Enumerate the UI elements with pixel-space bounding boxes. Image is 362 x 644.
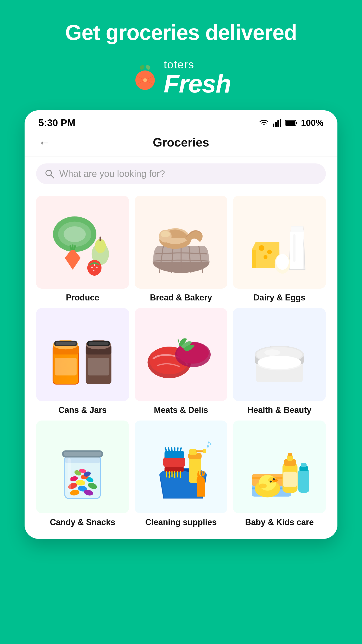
brand-icon (131, 64, 159, 91)
produce-illustration (43, 202, 122, 282)
search-icon (44, 169, 55, 179)
page-title: Groceries (50, 136, 312, 149)
svg-line-14 (51, 175, 54, 178)
svg-point-45 (267, 250, 272, 254)
svg-point-134 (270, 480, 272, 483)
svg-rect-60 (88, 342, 109, 345)
svg-line-66 (178, 339, 180, 346)
svg-line-113 (172, 448, 172, 451)
category-item-cans-jars[interactable]: Cans & Jars (36, 308, 129, 415)
svg-rect-61 (88, 358, 110, 376)
svg-rect-6 (273, 124, 274, 127)
search-placeholder: What are you looking for? (59, 168, 165, 179)
svg-rect-40 (293, 234, 296, 262)
baby-illustration (240, 428, 319, 506)
category-label-baby-kids-care: Baby & Kids care (245, 518, 314, 527)
status-time: 5:30 PM (38, 117, 75, 128)
svg-point-44 (259, 245, 264, 251)
category-label-bread-bakery: Bread & Bakery (150, 293, 212, 302)
svg-point-99 (207, 445, 209, 448)
svg-rect-55 (55, 358, 77, 376)
category-label-meats-delis: Meats & Delis (154, 405, 208, 415)
brand-text-container: toters Fresh (164, 58, 231, 96)
category-image-cans-jars (36, 308, 129, 401)
category-image-health-beauty (233, 308, 326, 401)
category-image-meats-delis (135, 308, 228, 401)
category-image-candy-snacks (36, 420, 129, 514)
category-label-produce: Produce (66, 293, 99, 302)
svg-point-46 (264, 255, 268, 259)
cleaning-illustration (142, 428, 221, 506)
category-grid: Produce (24, 189, 338, 539)
svg-rect-125 (284, 472, 297, 486)
category-image-bread-bakery (135, 196, 228, 288)
svg-rect-23 (72, 244, 74, 250)
signal-icon (273, 119, 282, 127)
meats-illustration (142, 315, 221, 394)
status-bar: 5:30 PM 100% (24, 110, 338, 131)
svg-rect-124 (288, 453, 292, 456)
back-button[interactable]: ← (38, 136, 50, 148)
svg-rect-9 (280, 119, 281, 127)
category-image-dairy-eggs (233, 196, 326, 288)
svg-point-29 (93, 270, 94, 272)
category-item-meats-delis[interactable]: Meats & Delis (135, 308, 228, 415)
category-label-cleaning-supplies: Cleaning supplies (145, 518, 217, 527)
svg-point-5 (143, 78, 147, 82)
svg-line-115 (178, 448, 178, 451)
bakery-illustration (142, 202, 221, 282)
svg-rect-102 (163, 457, 185, 467)
category-image-baby-kids-care (233, 420, 326, 514)
phone-mockup: 5:30 PM 100% ← (24, 110, 338, 539)
wifi-icon (259, 119, 269, 127)
category-item-bread-bakery[interactable]: Bread & Bakery (135, 196, 228, 302)
brand-name-large: Fresh (164, 71, 231, 96)
svg-rect-110 (164, 451, 184, 458)
svg-rect-92 (68, 458, 71, 492)
svg-rect-7 (275, 122, 277, 127)
svg-point-135 (259, 483, 267, 488)
category-item-baby-kids-care[interactable]: Baby & Kids care (233, 420, 326, 528)
category-item-produce[interactable]: Produce (36, 196, 129, 302)
svg-point-39 (160, 231, 170, 238)
category-item-cleaning-supplies[interactable]: Cleaning supplies (135, 420, 228, 528)
svg-point-101 (208, 442, 210, 444)
nav-bar: ← Groceries (24, 131, 338, 156)
search-container: What are you looking for? (24, 156, 338, 189)
category-image-cleaning-supplies (135, 420, 228, 514)
svg-rect-11 (286, 121, 295, 125)
category-label-cans-jars: Cans & Jars (58, 405, 106, 415)
svg-point-28 (96, 266, 98, 268)
brand-name-small: toters (164, 58, 231, 71)
status-icons: 100% (259, 118, 324, 128)
dairy-illustration (240, 202, 319, 282)
svg-rect-12 (296, 122, 297, 124)
svg-point-74 (258, 356, 301, 369)
svg-point-25 (87, 260, 102, 276)
svg-rect-96 (189, 449, 197, 454)
svg-point-100 (210, 443, 211, 445)
cans-illustration (43, 315, 122, 394)
svg-rect-98 (203, 449, 206, 453)
category-image-produce (36, 196, 129, 288)
svg-rect-20 (100, 237, 101, 241)
search-bar[interactable]: What are you looking for? (36, 164, 326, 184)
svg-point-17 (64, 226, 86, 242)
svg-point-26 (91, 266, 93, 268)
svg-rect-54 (56, 342, 76, 345)
battery-icon (285, 120, 297, 126)
beauty-illustration (240, 315, 319, 394)
category-label-health-beauty: Health & Beauty (248, 405, 312, 415)
category-item-health-beauty[interactable]: Health & Beauty (233, 308, 326, 415)
svg-point-75 (264, 349, 280, 356)
category-item-dairy-eggs[interactable]: Dairy & Eggs (233, 196, 326, 302)
category-item-candy-snacks[interactable]: Candy & Snacks (36, 420, 129, 528)
brand-logo: toters Fresh (131, 58, 231, 96)
svg-point-133 (273, 478, 275, 480)
svg-line-111 (165, 448, 166, 451)
svg-rect-79 (64, 452, 102, 456)
main-headline: Get groceries delivered (65, 21, 297, 44)
battery-percentage: 100% (301, 118, 324, 128)
svg-line-112 (168, 448, 169, 451)
svg-rect-126 (298, 469, 310, 492)
